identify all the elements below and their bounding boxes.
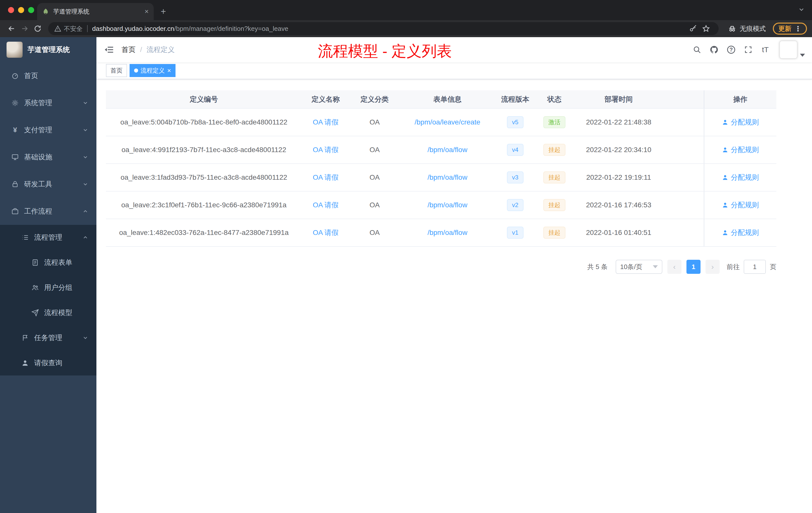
omnibox-divider [87,25,88,32]
caret-down-icon [800,54,805,57]
definition-name-link[interactable]: OA 请假 [313,174,339,181]
not-secure-warning-icon [54,25,61,32]
status-badge: 挂起 [543,199,566,211]
sidebar-collapse-icon[interactable] [96,37,121,62]
traffic-lights [8,7,34,13]
sidebar-item-home[interactable]: 首页 [0,62,96,89]
tag-home[interactable]: 首页 [106,64,127,77]
sidebar-item-process-form[interactable]: 流程表单 [0,250,96,275]
user-icon [722,174,728,181]
sidebar-item-system[interactable]: 系统管理 [0,89,96,117]
sidebar-item-workflow[interactable]: 工作流程 [0,198,96,225]
page-unit-label: 页 [770,263,776,271]
update-label: 更新 [778,24,791,33]
bookmark-star-icon[interactable] [699,22,713,35]
lock-icon [11,180,19,188]
col-definition-name: 定义名称 [302,90,349,109]
password-key-icon[interactable] [687,22,699,35]
address-bar[interactable]: 不安全 dashboard.yudao.iocoder.cn/bpm/manag… [48,22,719,35]
next-page-button[interactable]: › [705,260,720,274]
user-icon [21,359,29,367]
assign-rule-link[interactable]: 分配规则 [722,173,759,182]
zoom-window-button[interactable] [28,7,34,13]
url-host: dashboard.yudao.iocoder.cn [92,25,174,33]
assign-rule-link[interactable]: 分配规则 [722,117,759,127]
minimize-window-button[interactable] [18,7,24,13]
page-number-button[interactable]: 1 [687,260,700,274]
font-size-icon[interactable]: tT [758,43,772,57]
document-icon [31,259,39,267]
definition-category: OA [349,191,400,219]
github-icon[interactable] [707,43,721,57]
sidebar-item-leave-query[interactable]: 请假查询 [0,350,96,375]
assign-rule-link[interactable]: 分配规则 [722,228,759,237]
sidebar-item-task-management[interactable]: 任务管理 [0,325,96,350]
definition-name-link[interactable]: OA 请假 [313,201,339,209]
assign-rule-link[interactable]: 分配规则 [722,145,759,155]
sidebar: 芋道管理系统 首页 系统管理 ¥ 支付管理 基础设施 [0,37,96,513]
refresh-icon[interactable] [31,22,44,35]
briefcase-icon [11,207,19,215]
page-size-select[interactable]: 10条/页 [616,260,662,274]
avatar[interactable] [779,41,798,59]
definition-name-link[interactable]: OA 请假 [313,146,339,154]
goto-page-input[interactable] [744,260,766,274]
assign-rule-link[interactable]: 分配规则 [722,200,759,210]
col-process-version: 流程版本 [495,90,535,109]
definition-category: OA [349,219,400,246]
help-icon[interactable]: ? [724,43,738,57]
form-info-link[interactable]: /bpm/oa/flow [428,146,467,154]
fullscreen-icon[interactable] [741,43,755,57]
chevron-down-icon [82,100,88,106]
breadcrumb: 首页 / 流程定义 [121,45,175,55]
sidebar-item-user-group[interactable]: 用户分组 [0,275,96,300]
security-label[interactable]: 不安全 [64,25,83,33]
back-icon[interactable] [5,22,18,35]
forward-icon[interactable] [18,22,31,35]
chevron-down-icon [82,181,88,187]
tab-close-icon[interactable]: × [145,8,149,15]
definition-name-link[interactable]: OA 请假 [313,118,339,126]
form-info-link[interactable]: /bpm/oa/flow [428,201,467,209]
col-deploy-time: 部署时间 [574,90,664,109]
sidebar-item-infrastructure[interactable]: 基础设施 [0,144,96,171]
flag-icon [21,334,29,342]
users-icon [31,283,39,292]
user-icon [722,230,728,236]
new-tab-button[interactable]: + [161,7,166,16]
tab-search-chevron-icon[interactable] [798,6,805,13]
tag-process-definition[interactable]: 流程定义 × [129,64,175,77]
gear-icon [11,99,19,107]
tab-favicon-icon [42,8,49,15]
chevron-down-icon [82,127,88,133]
sidebar-item-payment[interactable]: ¥ 支付管理 [0,117,96,144]
browser-menu-kebab-icon[interactable]: ⋮ [794,25,802,33]
table-row: oa_leave:5:004b710b-7b8a-11ec-8ef0-acde4… [106,109,776,136]
definition-category: OA [349,163,400,191]
version-tag: v4 [507,144,523,156]
form-info-link[interactable]: /bpm/oa/flow [428,174,467,181]
sidebar-item-process-management[interactable]: 流程管理 [0,225,96,250]
col-filler [664,90,704,109]
prev-page-button[interactable]: ‹ [667,260,682,274]
sidebar-item-dev-tools[interactable]: 研发工具 [0,171,96,198]
definition-name-link[interactable]: OA 请假 [313,229,339,236]
chevron-down-icon [82,335,88,341]
breadcrumb-home[interactable]: 首页 [121,45,136,55]
browser-tab[interactable]: 芋道管理系统 × [37,3,154,20]
select-caret-icon [653,265,658,268]
version-tag: v5 [507,116,523,128]
sidebar-item-process-model[interactable]: 流程模型 [0,300,96,325]
chevron-up-icon [82,234,88,240]
col-operation: 操作 [704,90,776,109]
form-info-link[interactable]: /bpm/oa/leave/create [414,118,480,126]
user-menu[interactable] [779,41,805,59]
tag-close-icon[interactable]: × [167,67,171,74]
tab-title: 芋道管理系统 [53,7,141,16]
close-window-button[interactable] [8,7,14,13]
navbar: 首页 / 流程定义 ? t [96,37,812,62]
form-info-link[interactable]: /bpm/oa/flow [428,229,467,236]
search-icon[interactable] [690,43,704,57]
chrome-update-button[interactable]: 更新 ⋮ [773,23,807,35]
browser-window: 芋道管理系统 × + 不安全 dashboard.yudao.iocoder.c… [0,0,812,513]
